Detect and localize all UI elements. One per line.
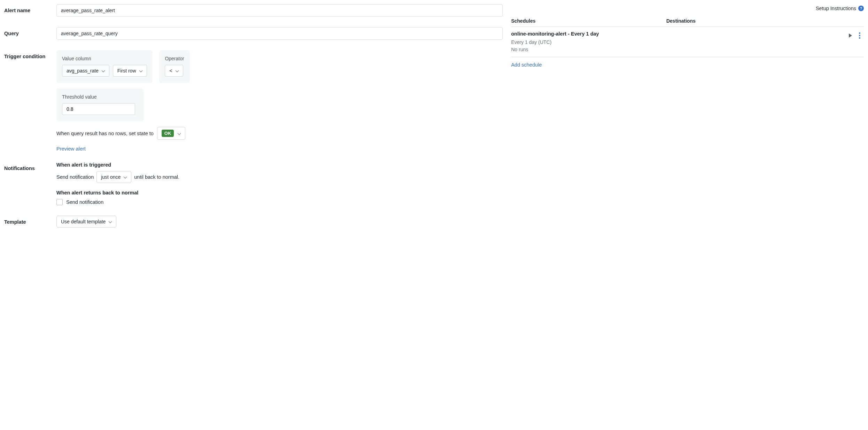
value-column-label: Value column bbox=[62, 56, 147, 61]
template-select[interactable]: Use default template bbox=[56, 216, 116, 228]
kebab-menu-icon[interactable] bbox=[858, 32, 861, 39]
frequency-select[interactable]: just once bbox=[96, 171, 131, 183]
schedules-header: Schedules bbox=[511, 18, 666, 24]
chevron-down-icon bbox=[177, 132, 181, 135]
row-scope-select[interactable]: First row bbox=[113, 65, 147, 77]
schedule-cadence: Every 1 day (UTC) bbox=[511, 39, 849, 46]
chevron-down-icon bbox=[108, 220, 112, 223]
normal-heading: When alert returns back to normal bbox=[56, 190, 503, 195]
frequency-text: just once bbox=[101, 174, 121, 180]
chevron-down-icon bbox=[139, 69, 142, 72]
value-column-group: Value column avg_pass_rate First row bbox=[56, 50, 153, 83]
play-icon[interactable] bbox=[849, 33, 852, 38]
send-suffix: until back to normal. bbox=[134, 174, 179, 180]
operator-group: Operator < bbox=[159, 50, 189, 83]
help-icon: ? bbox=[858, 6, 864, 11]
no-rows-state-select[interactable]: OK bbox=[157, 127, 186, 140]
setup-instructions-link[interactable]: Setup Instructions ? bbox=[511, 6, 864, 11]
send-prefix: Send notification bbox=[56, 174, 94, 180]
schedule-runs: No runs bbox=[511, 46, 849, 53]
operator-select[interactable]: < bbox=[165, 65, 183, 77]
chevron-down-icon bbox=[175, 69, 179, 72]
no-rows-text: When query result has no rows, set state… bbox=[56, 131, 154, 136]
notifications-label: Notifications bbox=[4, 162, 56, 171]
threshold-label: Threshold value bbox=[62, 94, 138, 100]
operator-text: < bbox=[169, 68, 172, 74]
trigger-condition-label: Trigger condition bbox=[4, 50, 56, 59]
normal-checkbox-label: Send notification bbox=[66, 199, 103, 205]
value-column-select[interactable]: avg_pass_rate bbox=[62, 65, 109, 77]
triggered-heading: When alert is triggered bbox=[56, 162, 503, 168]
template-label: Template bbox=[4, 216, 56, 225]
chevron-down-icon bbox=[123, 175, 127, 179]
threshold-group: Threshold value bbox=[56, 89, 144, 121]
operator-label: Operator bbox=[165, 56, 184, 61]
query-input[interactable] bbox=[56, 27, 503, 40]
value-column-text: avg_pass_rate bbox=[67, 68, 99, 74]
alert-name-input[interactable] bbox=[56, 4, 503, 17]
add-schedule-link[interactable]: Add schedule bbox=[511, 57, 542, 68]
preview-alert-link[interactable]: Preview alert bbox=[56, 146, 503, 152]
destinations-header: Destinations bbox=[666, 18, 696, 24]
setup-instructions-text: Setup Instructions bbox=[816, 6, 856, 11]
template-text: Use default template bbox=[61, 219, 106, 224]
ok-badge: OK bbox=[162, 130, 174, 137]
schedule-row: online-monitoring-alert - Every 1 day Ev… bbox=[511, 27, 864, 57]
schedule-title: online-monitoring-alert - Every 1 day bbox=[511, 30, 602, 38]
threshold-input[interactable] bbox=[62, 103, 135, 115]
query-label: Query bbox=[4, 27, 56, 36]
row-scope-text: First row bbox=[117, 68, 136, 74]
chevron-down-icon bbox=[101, 69, 105, 72]
normal-checkbox[interactable] bbox=[56, 199, 63, 205]
alert-name-label: Alert name bbox=[4, 4, 56, 13]
